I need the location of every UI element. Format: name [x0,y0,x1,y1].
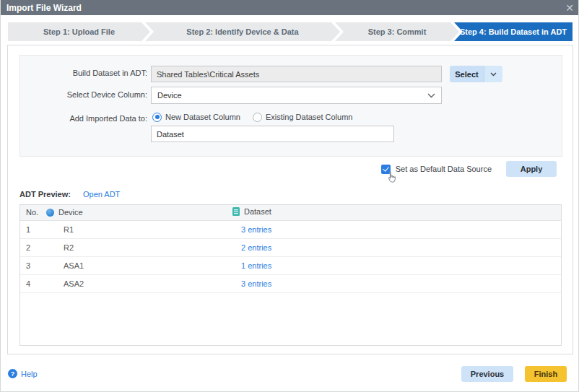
radio-new-label: New Dataset Column [165,113,240,121]
step-label: Step 3: Commit [368,27,427,36]
apply-button[interactable]: Apply [506,161,557,177]
column-header-device: Device [46,205,227,220]
select-dropdown-button[interactable] [484,66,502,82]
previous-button[interactable]: Previous [461,366,513,382]
close-icon[interactable]: ✕ [565,3,574,13]
table-header-row: No. Device Dataset [20,205,561,220]
step-label: Step 2: Identify Device & Data [186,27,298,36]
table-row: 3 ASA1 1 entries [20,256,561,274]
step-label: Step 1: Upload File [43,27,115,36]
open-adt-link[interactable]: Open ADT [83,190,120,199]
step4-content-panel: Build Dataset in ADT: Select Select Devi… [7,45,573,354]
step-4-build-dataset-adt[interactable]: Step 4: Build Dataset in ADT [454,22,573,41]
apply-row: Set as Default Data Source Apply [381,161,557,177]
select-adt-split-button: Select [450,66,502,82]
device-name: ASA1 [46,256,227,274]
import-file-wizard-dialog: Import File Wizard ✕ Step 1: Upload File… [0,0,579,392]
radio-existing-label: Existing Dataset Column [266,113,352,121]
device-column-selected-value: Device [157,91,182,100]
table-row: 4 ASA2 3 entries [20,274,561,292]
dataset-entries-link[interactable]: 1 entries [241,261,271,270]
radio-button-icon[interactable] [152,113,162,122]
dataset-entries-link[interactable]: 3 entries [241,225,271,234]
chevron-down-icon [490,72,497,77]
step-label: Step 4: Build Dataset in ADT [460,27,567,36]
device-column-label: Select Device Column: [20,90,147,99]
step-3-commit[interactable]: Step 3: Commit [335,22,459,41]
dialog-title: Import File Wizard [6,3,82,13]
add-imported-data-label: Add Imported Data to: [20,114,147,123]
default-data-source-label: Set as Default Data Source [396,165,492,173]
adt-preview-row: ADT Preview: Open ADT [19,190,120,199]
step-2-identify-device-data[interactable]: Step 2: Identify Device & Data [145,22,340,41]
dataset-table-icon [232,207,240,217]
column-header-dataset: Dataset [227,205,561,220]
adt-preview-table: No. Device Dataset 1 R1 [19,204,562,346]
radio-new-dataset-column[interactable]: New Dataset Column [152,112,240,122]
wizard-steps: Step 1: Upload File Step 2: Identify Dev… [8,22,573,41]
adt-preview-label: ADT Preview: [19,190,71,199]
finish-button[interactable]: Finish [525,366,567,382]
column-header-no: No. [20,205,46,220]
build-dataset-form: Build Dataset in ADT: Select Select Devi… [19,55,562,157]
device-column-select[interactable]: Device [151,87,442,104]
radio-button-icon[interactable] [253,113,262,122]
chevron-down-icon [427,91,435,100]
build-dataset-path-field [151,66,442,82]
step-1-upload-file[interactable]: Step 1: Upload File [8,22,150,41]
device-name: ASA2 [46,274,227,292]
title-bar: Import File Wizard ✕ [1,0,579,15]
device-name: R2 [46,238,227,256]
table-row: 2 R2 2 entries [20,238,561,256]
device-name: R1 [46,220,227,238]
dataset-entries-link[interactable]: 2 entries [241,243,271,252]
help-label: Help [21,370,38,378]
dataset-entries-link[interactable]: 3 entries [241,279,271,288]
build-dataset-label: Build Dataset in ADT: [20,69,147,77]
select-button[interactable]: Select [450,66,484,82]
device-icon [46,209,54,217]
help-icon: ? [8,369,17,378]
cursor-pointer-icon [386,171,399,185]
help-link[interactable]: ? Help [8,369,38,378]
table-row: 1 R1 3 entries [20,220,561,238]
new-dataset-column-name-field[interactable] [151,126,394,142]
radio-existing-dataset-column[interactable]: Existing Dataset Column [253,112,352,122]
